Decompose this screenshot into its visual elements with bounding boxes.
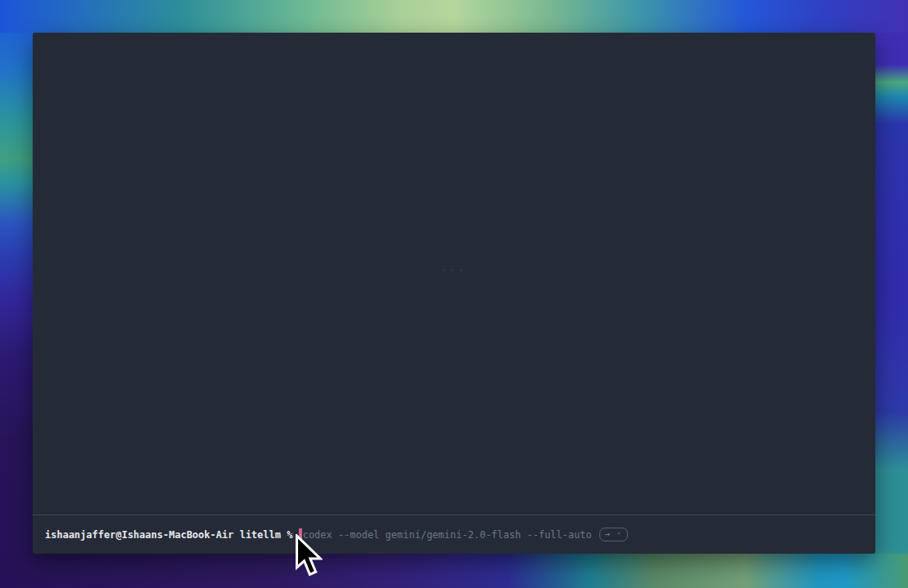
wallpaper-bottom-strip: [0, 554, 908, 588]
desktop: { "desktop": { "wallpaper": { "style": "…: [0, 0, 908, 588]
loading-dots-indicator: ···: [441, 265, 467, 276]
wallpaper-right-strip: [874, 0, 908, 588]
tab-accept-hint-badge: → ·: [599, 528, 628, 541]
shell-prompt: ishaanjaffer@Ishaans-MacBook-Air litellm…: [45, 529, 299, 541]
wallpaper-left-strip: [0, 0, 34, 588]
command-prompt-line[interactable]: ishaanjaffer@Ishaans-MacBook-Air litellm…: [33, 515, 875, 554]
text-cursor: [299, 528, 302, 541]
autosuggestion-text: codex --model gemini/gemini-2.0-flash --…: [303, 529, 592, 541]
terminal-screen[interactable]: ···: [33, 33, 875, 514]
wallpaper-top-strip: [0, 0, 908, 33]
terminal-window[interactable]: ··· ishaanjaffer@Ishaans-MacBook-Air lit…: [33, 33, 875, 554]
